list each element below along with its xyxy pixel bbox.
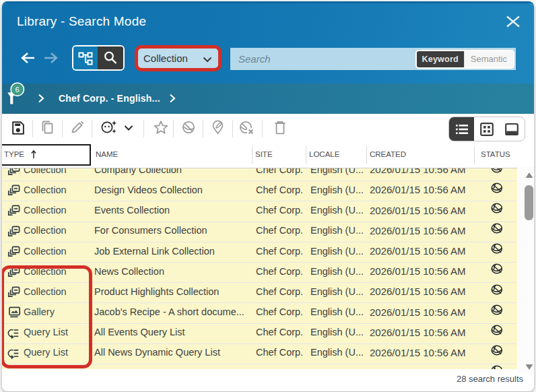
svg-text:6: 6 <box>15 86 20 94</box>
